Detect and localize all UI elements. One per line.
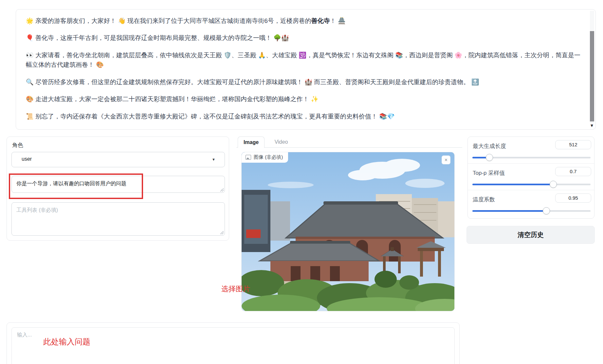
max-length-slider[interactable]	[472, 155, 591, 160]
media-tabbar: Image Video	[236, 136, 462, 148]
chat-paragraph: 🔍 尽管历经多次修葺，但这里的辽金建筑规制依然保存完好。大雄宝殿可是辽代的原汁原…	[26, 77, 581, 87]
param-value-box[interactable]: 0.95	[555, 193, 591, 203]
temple-name-bold: 善化寺	[311, 17, 330, 24]
param-row-top-p: Top-p 采样值 0.7	[468, 163, 594, 190]
question-input-placeholder: 输入...	[17, 332, 32, 338]
top-p-slider[interactable]	[472, 182, 591, 187]
input-here-annotation: 此处输入问题	[43, 337, 90, 347]
chevron-down-icon: ▼	[212, 157, 215, 161]
chat-scrollbar[interactable]	[590, 11, 594, 123]
system-prompt-textarea[interactable]: 你是一个导游，请以有趣的口吻回答用户的问题	[11, 176, 225, 193]
generation-params-panel: 最大生成长度 512 Top-p 采样值 0.7 温度系数 0.95	[467, 136, 594, 219]
slider-handle[interactable]	[543, 207, 550, 214]
chat-paragraph: 📜 别忘了，寺内还保存着《大金西京大普恩寺重修大殿记》碑，这不仅是辽金碑刻及书法…	[26, 112, 581, 121]
param-row-max-length: 最大生成长度 512	[468, 137, 594, 163]
chat-transcript-panel: 🌟 亲爱的游客朋友们，大家好！ 👋 现在我们来到了位于大同市平城区古城街道南寺街…	[16, 9, 596, 130]
image-upload-preview[interactable]: 图像 (非必填) ×	[242, 152, 454, 311]
slider-handle[interactable]	[550, 181, 557, 188]
param-value-box[interactable]: 512	[555, 140, 591, 149]
image-field-badge: 图像 (非必填)	[242, 152, 288, 163]
param-row-temperature: 温度系数 0.95	[468, 190, 594, 216]
chat-paragraph: 📸 大家快拿出相机，记录下这难得一见的古寺风貌吧！ 🌟	[26, 129, 581, 129]
param-value-box[interactable]: 0.7	[555, 167, 591, 176]
image-icon	[246, 155, 251, 160]
temperature-slider[interactable]	[472, 209, 591, 213]
tab-image[interactable]: Image	[238, 136, 265, 148]
slider-handle[interactable]	[486, 154, 493, 161]
tools-list-placeholder: 工具列表 (非必填)	[16, 207, 58, 213]
tools-list-textarea[interactable]: 工具列表 (非必填)	[11, 202, 225, 236]
tab-video[interactable]: Video	[270, 136, 293, 148]
param-label: 最大生成长度	[473, 142, 506, 150]
param-label: Top-p 采样值	[473, 169, 505, 177]
chat-paragraph: 🌟 亲爱的游客朋友们，大家好！ 👋 现在我们来到了位于大同市平城区古城街道南寺街…	[26, 16, 581, 26]
chat-scrollbar-thumb[interactable]	[590, 31, 594, 121]
role-select-value: user	[22, 156, 32, 162]
role-panel: 角色 user ▼ 你是一个导游，请以有趣的口吻回答用户的问题 工具列表 (非必…	[7, 136, 229, 241]
param-label: 温度系数	[473, 196, 495, 203]
role-label: 角色	[12, 141, 23, 149]
chat-messages: 🌟 亲爱的游客朋友们，大家好！ 👋 现在我们来到了位于大同市平城区古城街道南寺街…	[16, 9, 588, 129]
scroll-down-arrow-icon[interactable]: ▼	[590, 123, 594, 128]
chat-paragraph: 🎈 善化寺，这座千年古刹，可是我国现存辽金时期布局最完整、规模最大的寺院之一哦！…	[26, 33, 581, 43]
chat-paragraph: 🎨 走进大雄宝殿，大家一定会被那二十四诸天彩塑震撼到！华丽绚烂，堪称国内金代彩塑…	[26, 94, 581, 104]
temple-photo	[242, 152, 454, 311]
close-icon[interactable]: ×	[442, 155, 450, 164]
role-select[interactable]: user ▼	[11, 152, 225, 167]
resize-grip-icon[interactable]	[220, 188, 224, 191]
resize-grip-icon[interactable]	[220, 231, 224, 234]
clear-history-button[interactable]: 清空历史	[466, 226, 595, 244]
pick-image-annotation: 选择图片	[221, 284, 250, 294]
chat-paragraph: 👀 大家请看，善化寺坐北朝南，建筑层层叠高，依中轴线依次是天王殿 🛡️、三圣殿 …	[26, 50, 581, 70]
